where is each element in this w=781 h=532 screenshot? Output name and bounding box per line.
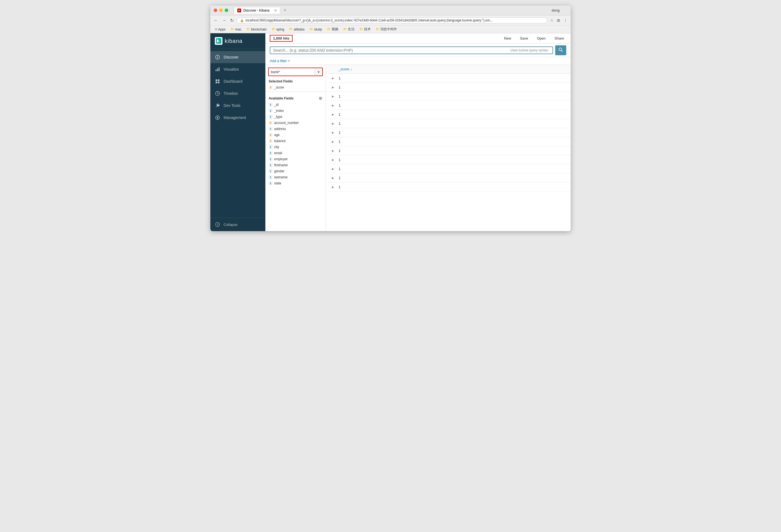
share-button[interactable]: Share <box>552 35 566 42</box>
expand-row-button[interactable]: ▶ <box>330 121 336 126</box>
expand-row-button[interactable]: ▶ <box>330 93 336 99</box>
field-address[interactable]: taddress <box>265 126 326 132</box>
available-fields-list: t_idt_indext_type#account_numbertaddress… <box>265 102 326 186</box>
field-lastname[interactable]: tlastname <box>265 174 326 180</box>
index-dropdown-arrow[interactable]: ▼ <box>315 69 322 75</box>
fields-divider <box>265 91 326 92</box>
dashboard-icon <box>215 79 220 84</box>
bookmark-apps[interactable]: ⊞Apps <box>213 27 228 32</box>
fields-gear-icon[interactable]: ⚙ <box>319 96 322 100</box>
expand-row-button[interactable]: ▶ <box>330 157 336 163</box>
expand-row-button[interactable]: ▶ <box>330 84 336 90</box>
search-submit-button[interactable] <box>555 45 566 55</box>
tab-close-icon[interactable]: × <box>275 8 277 13</box>
bookmark-blockchain[interactable]: 📁blockchain <box>244 27 269 32</box>
score-col-header[interactable]: _score ↓ <box>338 67 352 71</box>
bookmark-study[interactable]: 📁study <box>307 27 324 32</box>
close-button[interactable] <box>214 8 217 12</box>
expand-row-button[interactable]: ▶ <box>330 102 336 108</box>
result-score-value: 1 <box>338 103 340 107</box>
expand-row-button[interactable]: ▶ <box>330 139 336 144</box>
search-bar: Uses lucene query syntax <box>265 44 571 57</box>
table-row: ▶1 <box>326 92 571 101</box>
search-hint: Uses lucene query syntax <box>510 48 550 52</box>
table-row: ▶1 <box>326 137 571 146</box>
field-_index[interactable]: t_index <box>265 108 326 114</box>
active-tab[interactable]: K Discover - Kibana × <box>234 7 280 14</box>
sidebar-item-timelion[interactable]: Timelion <box>210 87 265 99</box>
bookmark-icon[interactable]: ☆ <box>549 17 555 23</box>
kibana-icon <box>215 37 222 45</box>
sidebar-item-dashboard[interactable]: Dashboard <box>210 75 265 87</box>
open-button[interactable]: Open <box>535 35 548 42</box>
field-email[interactable]: temail <box>265 150 326 156</box>
table-row: ▶1 <box>326 128 571 137</box>
collapse-icon <box>215 222 220 227</box>
refresh-button[interactable]: ↻ <box>229 17 235 24</box>
address-bar[interactable]: 🔒 localhost:5601/app/kibana#/discover?_g… <box>237 17 547 24</box>
field-_id[interactable]: t_id <box>265 102 326 108</box>
expand-row-button[interactable]: ▶ <box>330 184 336 190</box>
add-filter-button[interactable]: Add a filter + <box>270 59 290 63</box>
bookmark-mac[interactable]: 📁mac <box>228 27 244 32</box>
expand-row-button[interactable]: ▶ <box>330 112 336 117</box>
expand-row-button[interactable]: ▶ <box>330 75 336 81</box>
sidebar-item-discover[interactable]: Discover <box>210 51 265 63</box>
collapse-button[interactable]: Collapse <box>210 218 265 231</box>
bookmark-生活[interactable]: 📁生活 <box>341 27 357 32</box>
table-row: ▶1 <box>326 119 571 128</box>
maximize-button[interactable] <box>225 8 228 12</box>
field-age[interactable]: #age <box>265 132 326 138</box>
sidebar-item-devtools[interactable]: Dev Tools <box>210 99 265 112</box>
bookmark-label: study <box>314 28 322 31</box>
bookmark-sping[interactable]: 📁sping <box>270 27 287 32</box>
expand-row-button[interactable]: ▶ <box>330 148 336 153</box>
field-type-icon: t <box>269 151 273 155</box>
field-firstname[interactable]: tfirstname <box>265 162 326 168</box>
field-name-label: address <box>274 127 322 131</box>
field-state[interactable]: tstate <box>265 180 326 186</box>
new-tab[interactable]: + <box>280 6 290 14</box>
bookmark-视频[interactable]: 📁视频 <box>325 27 340 32</box>
titlebar: K Discover - Kibana × + dong <box>210 5 571 15</box>
minimize-button[interactable] <box>219 8 223 12</box>
svg-line-16 <box>562 51 563 52</box>
field-name-label: _id <box>274 103 322 106</box>
field-name-label: age <box>274 133 322 137</box>
save-button[interactable]: Save <box>518 35 531 42</box>
bookmark-icon: 📁 <box>327 28 331 31</box>
bookmarks-bar: ⊞Apps📁mac📁blockchain📁sping📁alibaba📁study… <box>210 25 571 33</box>
field-employer[interactable]: temployer <box>265 156 326 162</box>
field-name-label: state <box>274 181 322 185</box>
sidebar-management-label: Management <box>223 116 246 120</box>
field-score[interactable]: # _score <box>265 84 326 90</box>
field-_type[interactable]: t_type <box>265 114 326 120</box>
new-button[interactable]: New <box>502 35 513 42</box>
sidebar-discover-label: Discover <box>223 55 238 59</box>
svg-point-2 <box>217 57 218 58</box>
field-balance[interactable]: #balance <box>265 138 326 144</box>
field-type-icon: # <box>269 133 273 137</box>
expand-row-button[interactable]: ▶ <box>330 166 336 172</box>
field-gender[interactable]: tgender <box>265 168 326 174</box>
selected-fields-title: Selected Fields <box>265 76 326 84</box>
sidebar-item-visualize[interactable]: Visualize <box>210 63 265 75</box>
bookmark-icon: 📁 <box>246 28 250 31</box>
field-city[interactable]: tcity <box>265 144 326 150</box>
bookmark-alibaba[interactable]: 📁alibaba <box>287 27 306 32</box>
index-select[interactable]: bank* <box>269 68 315 76</box>
search-input[interactable] <box>273 48 510 52</box>
expand-row-button[interactable]: ▶ <box>330 175 336 181</box>
bookmark-icon: 📁 <box>310 28 313 31</box>
bookmark-消息中间件[interactable]: 📁消息中间件 <box>373 27 399 32</box>
field-type-icon: t <box>269 103 273 106</box>
results-rows: ▶1▶1▶1▶1▶1▶1▶1▶1▶1▶1▶1▶1▶1 <box>326 74 571 191</box>
sidebar-item-management[interactable]: Management <box>210 112 265 124</box>
expand-row-button[interactable]: ▶ <box>330 130 336 135</box>
bookmark-技术[interactable]: 📁技术 <box>357 27 373 32</box>
back-button[interactable]: ← <box>213 17 219 24</box>
extensions-icon[interactable]: ⊞ <box>556 17 561 23</box>
field-account_number[interactable]: #account_number <box>265 120 326 126</box>
forward-button[interactable]: → <box>221 17 228 24</box>
menu-icon[interactable]: ⋮ <box>562 17 568 23</box>
